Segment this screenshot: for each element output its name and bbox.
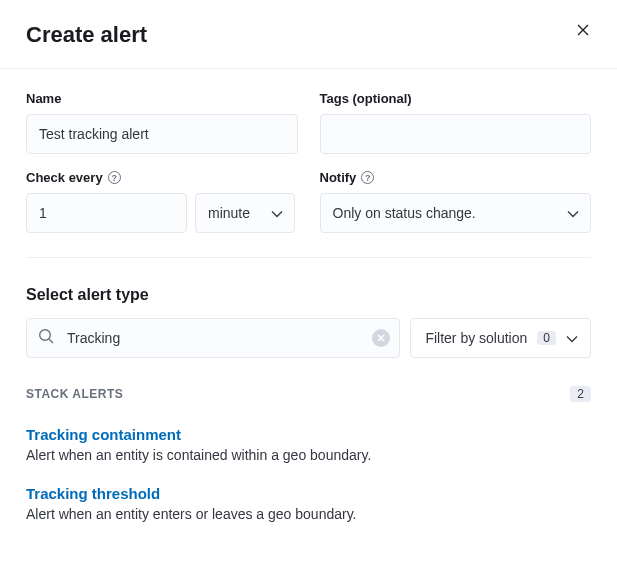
category-count-badge: 2	[570, 386, 591, 402]
check-every-unit-wrapper: minute	[195, 193, 295, 233]
modal-title: Create alert	[26, 22, 591, 48]
check-every-inputs: minute	[26, 193, 298, 233]
help-icon[interactable]: ?	[361, 171, 374, 184]
check-every-field-group: Check every ? minute	[26, 170, 298, 233]
name-field-group: Name	[26, 91, 298, 154]
chevron-down-icon	[566, 330, 578, 346]
close-icon	[377, 334, 385, 342]
filter-count-badge: 0	[537, 331, 556, 345]
select-alert-type-title: Select alert type	[26, 286, 591, 304]
search-filter-row: Filter by solution 0	[26, 318, 591, 358]
name-label: Name	[26, 91, 298, 106]
clear-search-button[interactable]	[372, 329, 390, 347]
help-icon[interactable]: ?	[108, 171, 121, 184]
notify-field-group: Notify ? Only on status change.	[320, 170, 592, 233]
tags-field-group: Tags (optional)	[320, 91, 592, 154]
close-button[interactable]	[573, 20, 593, 40]
category-header: STACK ALERTS 2	[26, 386, 591, 402]
notify-select-wrapper: Only on status change.	[320, 193, 592, 233]
alert-type-search-input[interactable]	[26, 318, 400, 358]
filter-by-solution-button[interactable]: Filter by solution 0	[410, 318, 591, 358]
form-row-name-tags: Name Tags (optional)	[26, 91, 591, 154]
modal-content: Name Tags (optional) Check every ? minut…	[0, 69, 617, 566]
alert-type-desc: Alert when an entity is contained within…	[26, 447, 591, 463]
category-label: STACK ALERTS	[26, 387, 123, 401]
alert-type-desc: Alert when an entity enters or leaves a …	[26, 506, 591, 522]
check-every-label: Check every ?	[26, 170, 298, 185]
close-icon	[577, 24, 589, 36]
alert-type-title: Tracking threshold	[26, 485, 591, 502]
tags-label: Tags (optional)	[320, 91, 592, 106]
section-divider	[26, 257, 591, 258]
tags-input[interactable]	[320, 114, 592, 154]
form-row-check-notify: Check every ? minute Notify ? Only on st…	[26, 170, 591, 233]
notify-label: Notify ?	[320, 170, 592, 185]
modal-header: Create alert	[0, 0, 617, 69]
search-wrapper	[26, 318, 400, 358]
name-input[interactable]	[26, 114, 298, 154]
check-every-unit-select[interactable]: minute	[195, 193, 295, 233]
notify-select[interactable]: Only on status change.	[320, 193, 592, 233]
check-every-value-input[interactable]	[26, 193, 187, 233]
filter-label: Filter by solution	[425, 330, 527, 346]
alert-type-title: Tracking containment	[26, 426, 591, 443]
alert-type-item[interactable]: Tracking containment Alert when an entit…	[26, 426, 591, 463]
alert-type-item[interactable]: Tracking threshold Alert when an entity …	[26, 485, 591, 522]
